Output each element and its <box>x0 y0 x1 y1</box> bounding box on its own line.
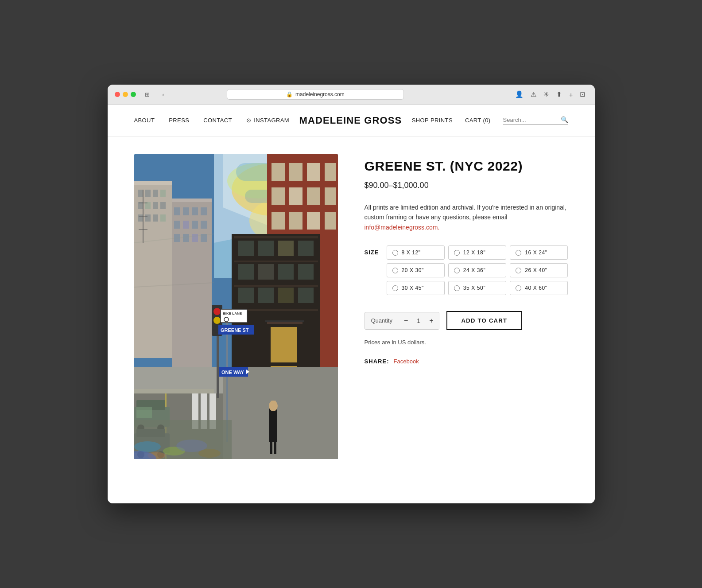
svg-rect-45 <box>271 163 285 181</box>
nav-about[interactable]: ABOUT <box>134 117 155 124</box>
nav-contact[interactable]: CONTACT <box>203 117 232 124</box>
size-option-2[interactable]: 16 X 24" <box>510 245 568 260</box>
address-bar[interactable]: 🔒 madeleinegross.com <box>227 89 404 100</box>
svg-rect-24 <box>160 214 166 222</box>
share-section: SHARE: Facebook <box>365 358 568 365</box>
product-details: GREENE ST. (NYC 2022) $90.00–$1,000.00 A… <box>365 154 568 365</box>
new-tab-icon[interactable]: + <box>567 90 575 99</box>
prices-note: Prices are in US dollars. <box>365 339 568 346</box>
svg-rect-76 <box>258 288 274 303</box>
svg-rect-23 <box>153 214 158 222</box>
browser-window: ⊞ ‹ 🔒 madeleinegross.com 👤 ⚠ ✳ ⬆ + ⊡ ABO… <box>108 85 595 503</box>
svg-rect-46 <box>289 163 303 181</box>
quantity-decrement-button[interactable]: − <box>399 312 413 329</box>
svg-rect-121 <box>274 441 276 454</box>
size-option-6[interactable]: 30 X 45" <box>387 281 445 295</box>
size-radio-6[interactable] <box>392 285 398 291</box>
site-title: MADELEINE GROSS <box>289 115 412 126</box>
svg-rect-78 <box>298 288 314 303</box>
svg-rect-31 <box>174 207 180 215</box>
size-options: 8 X 12"12 X 18"16 X 24"20 X 30"24 X 36"2… <box>387 245 568 295</box>
size-radio-7[interactable] <box>454 285 460 291</box>
nav-press[interactable]: PRESS <box>169 117 189 124</box>
product-email-link[interactable]: info@madeleinegross.com. <box>365 224 440 231</box>
svg-rect-67 <box>238 241 254 256</box>
close-button[interactable] <box>115 92 120 97</box>
user-icon[interactable]: 👤 <box>513 90 525 99</box>
size-radio-0[interactable] <box>392 250 398 256</box>
svg-rect-119 <box>271 401 276 409</box>
svg-rect-65 <box>234 285 318 287</box>
size-radio-4[interactable] <box>454 268 460 273</box>
product-price: $90.00–$1,000.00 <box>365 181 568 190</box>
svg-text:GREENE ST: GREENE ST <box>221 327 249 333</box>
instagram-icon: ⊙ <box>246 117 251 124</box>
traffic-lights <box>115 92 136 97</box>
nav-cart[interactable]: CART (0) <box>465 117 491 124</box>
svg-rect-34 <box>201 207 207 215</box>
size-option-4[interactable]: 24 X 36" <box>448 263 506 277</box>
tabs-icon[interactable]: ⊡ <box>578 90 587 99</box>
svg-rect-37 <box>192 221 198 229</box>
svg-rect-19 <box>153 202 158 209</box>
size-radio-2[interactable] <box>516 250 521 256</box>
svg-rect-47 <box>307 163 320 181</box>
maximize-button[interactable] <box>131 92 136 97</box>
svg-rect-12 <box>134 181 172 185</box>
browser-actions: 👤 ⚠ ✳ ⬆ + ⊡ <box>513 90 588 99</box>
size-option-3[interactable]: 20 X 30" <box>387 263 445 277</box>
extensions-icon[interactable]: ✳ <box>542 90 551 99</box>
nav-right: SHOP PRINTS CART (0) 🔍 <box>412 116 568 125</box>
svg-rect-41 <box>192 234 198 242</box>
svg-rect-55 <box>307 212 320 230</box>
size-option-7[interactable]: 35 X 50" <box>448 281 506 295</box>
search-icon[interactable]: 🔍 <box>561 116 568 123</box>
share-facebook-link[interactable]: Facebook <box>394 358 419 365</box>
size-label: SIZE 8 X 12"12 X 18"16 X 24"20 X 30"24 X… <box>365 245 568 295</box>
back-button[interactable]: ‹ <box>157 90 170 99</box>
svg-rect-69 <box>278 241 294 256</box>
size-radio-5[interactable] <box>516 268 521 273</box>
product-title: GREENE ST. (NYC 2022) <box>365 159 568 174</box>
quantity-increment-button[interactable]: + <box>424 312 438 329</box>
size-option-5[interactable]: 26 X 40" <box>510 263 568 277</box>
svg-rect-32 <box>183 207 189 215</box>
navbar: ABOUT PRESS CONTACT ⊙ INSTAGRAM MADELEIN… <box>108 105 595 136</box>
svg-rect-35 <box>174 221 180 229</box>
size-radio-8[interactable] <box>516 285 521 291</box>
svg-rect-33 <box>192 207 198 215</box>
share-label: SHARE: <box>365 358 389 365</box>
svg-rect-77 <box>278 288 294 303</box>
svg-rect-116 <box>134 389 214 393</box>
search-container: 🔍 <box>503 116 568 125</box>
size-radio-3[interactable] <box>392 268 398 273</box>
size-radio-1[interactable] <box>454 250 460 256</box>
svg-rect-54 <box>289 212 303 230</box>
svg-rect-13 <box>138 190 143 197</box>
svg-rect-56 <box>325 212 336 230</box>
minimize-button[interactable] <box>123 92 128 97</box>
svg-rect-75 <box>238 288 254 303</box>
alert-icon[interactable]: ⚠ <box>529 90 538 99</box>
page: ABOUT PRESS CONTACT ⊙ INSTAGRAM MADELEIN… <box>108 105 595 503</box>
svg-point-88 <box>213 308 221 315</box>
browser-chrome: ⊞ ‹ 🔒 madeleinegross.com 👤 ⚠ ✳ ⬆ + ⊡ <box>108 85 595 105</box>
add-to-cart-button[interactable]: ADD TO CART <box>446 311 523 330</box>
nav-instagram[interactable]: ⊙ INSTAGRAM <box>246 117 289 124</box>
nav-shop-prints[interactable]: SHOP PRINTS <box>412 117 453 124</box>
svg-rect-73 <box>278 264 294 280</box>
svg-rect-74 <box>298 264 314 280</box>
lock-icon: 🔒 <box>286 91 293 97</box>
svg-rect-38 <box>201 221 207 229</box>
window-icon[interactable]: ⊞ <box>141 90 154 99</box>
size-option-1[interactable]: 12 X 18" <box>448 245 506 260</box>
svg-rect-53 <box>271 212 285 230</box>
svg-rect-22 <box>145 214 151 222</box>
search-input[interactable] <box>503 117 561 123</box>
share-icon[interactable]: ⬆ <box>555 90 564 99</box>
product-artwork: GREENE ST BIKE LANE ONE WAY <box>134 154 338 459</box>
size-option-0[interactable]: 8 X 12" <box>387 245 445 260</box>
svg-rect-16 <box>160 190 166 197</box>
size-option-8[interactable]: 40 X 60" <box>510 281 568 295</box>
svg-rect-68 <box>258 241 274 256</box>
